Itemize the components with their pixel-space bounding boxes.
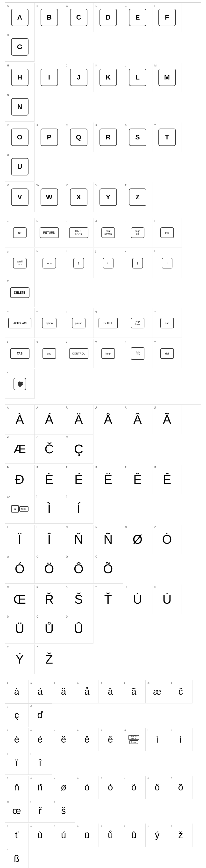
char-I-grave: Ì Ì — [35, 494, 64, 524]
cell-Y: Y Y — [94, 182, 123, 212]
char-r-caron: ř ř — [29, 799, 52, 823]
uppercase-accented-section: À À Á Á Ä Ä Å Å Â Â Ã Ã — [5, 405, 201, 675]
char-E-grave: È È — [35, 465, 64, 494]
key-I: I — [41, 69, 58, 86]
char-U-acute: Ú Ú — [152, 585, 182, 614]
char-A-grave: À À — [5, 405, 35, 434]
cell-shift: q SHIFT — [94, 308, 123, 338]
char-E-circ: Ê Ê — [152, 465, 182, 494]
special-keys-section: a alt b RETURN c CAPSLOCK d printscreen … — [5, 218, 201, 400]
char-y-acute: ý ý — [146, 824, 169, 847]
key-scrolllock: scrolllock — [13, 258, 27, 269]
key-delete: DELETE — [10, 287, 30, 298]
key-del: del — [160, 348, 174, 359]
key-L: L — [129, 69, 146, 86]
char-n-tilde: ñ ñ — [29, 776, 52, 799]
char-U-circ: Û Û — [64, 614, 94, 644]
char-u-ring: ů ů — [99, 824, 122, 847]
char-U-ring: Ů Ů — [35, 614, 64, 644]
cell-option: o option — [35, 308, 64, 338]
accented-row-4: Œ Œ Ř Ř Š Š Ť Ť Ù Ù Ú Ú — [5, 585, 201, 644]
key-end: end — [42, 348, 56, 359]
key-W: W — [41, 188, 58, 206]
key-K: K — [100, 69, 117, 86]
key-ins: ins — [160, 227, 174, 238]
cell-return: b RETURN — [35, 218, 64, 247]
cell-E: E E — [123, 3, 152, 32]
key-H: H — [11, 69, 29, 86]
cell-delete: m DELETE — [5, 278, 35, 307]
cell-capslock: c CAPSLOCK — [64, 218, 94, 247]
char-e-caron: ě ě — [75, 728, 99, 751]
char-i-uml: ï ï — [5, 751, 29, 775]
key-R: R — [100, 129, 117, 146]
char-u-acute: ú ú — [52, 824, 75, 847]
key-pagedown: pagedown — [131, 318, 144, 329]
char-O-uml: Ö Ö — [35, 554, 64, 584]
char-u-grave: ù ù — [29, 824, 52, 847]
key-C: C — [70, 9, 88, 26]
cell-I: I I — [35, 63, 64, 92]
key-V: V — [11, 188, 29, 206]
char-C-caron: Č Č — [35, 434, 64, 464]
key-pause: pause — [72, 318, 85, 329]
cell-N: N N — [5, 92, 35, 122]
cell-down: k ↓ — [123, 248, 152, 278]
lowercase-accented-section: à à á á ä ä å å â â ã ã — [5, 680, 201, 868]
char-ae: æ æ — [146, 680, 169, 704]
char-a-circ: â â — [99, 680, 122, 704]
char-t-caron: ť ť — [5, 824, 29, 847]
key-control: CONTROL — [69, 348, 89, 359]
letter-row-1: A A B B C C D D E E F F — [5, 3, 201, 62]
cell-K: K K — [94, 63, 123, 92]
char-E-acute: É É — [64, 465, 94, 494]
cell-R: R R — [94, 123, 123, 152]
char-e-acute: é é — [29, 728, 52, 751]
cell-pause: p pause — [64, 308, 94, 338]
char-key-capslock-home: ch CAPSLOCK home — [122, 728, 146, 751]
key-P: P — [41, 129, 58, 146]
key-up: ↑ — [73, 258, 84, 269]
key-pageup: pageup — [131, 227, 144, 238]
lc-accented-row-3: ň ň ñ ñ ø ø ò ò ó ó ö ö — [5, 776, 201, 823]
key-M: M — [159, 69, 176, 86]
char-o-uml: ö ö — [122, 776, 146, 799]
key-shift: SHIFT — [99, 318, 118, 329]
char-a-uml: ä ä — [52, 680, 75, 704]
lc-accented-row-1: à à á á ä ä å å â â ã ã — [5, 680, 201, 727]
char-d-caron: ď ď — [29, 704, 52, 727]
cell-ins: f ins — [152, 218, 182, 247]
lc-accented-row-4: ť ť ù ù ú ú ü ü ů ů û û — [5, 824, 201, 868]
char-N-caron: Ň Ň — [64, 525, 94, 554]
char-Z-caron: Ž Ž — [35, 645, 64, 674]
char-A-uml: Ä Ä — [64, 405, 94, 434]
special-row-3: n BACKSPACE o option p pause q SHIFT r p… — [5, 308, 201, 338]
key-printscreen: printscreen — [101, 227, 115, 238]
char-I-acute: Í Í — [64, 494, 94, 524]
char-i-acute: í í — [169, 728, 193, 751]
accented-row-5: Ý Ý Ž Ž — [5, 645, 201, 674]
key-J: J — [70, 69, 88, 86]
key-help: help — [101, 348, 115, 359]
cell-S: S S — [123, 123, 152, 152]
lc-accented-row-2: è è é é ë ë ě ě ê ê ch C — [5, 728, 201, 775]
char-OE: Œ Œ — [5, 585, 35, 614]
accented-row-1: À À Á Á Ä Ä Å Å Â Â Ã Ã — [5, 405, 201, 464]
special-row-1: a alt b RETURN c CAPSLOCK d printscreen … — [5, 218, 201, 247]
cell-G: G G — [5, 32, 35, 62]
char-o-acute: ó ó — [99, 776, 122, 799]
char-D-stroke: Ð Ð — [5, 465, 35, 494]
char-e-uml: ë ë — [52, 728, 75, 751]
key-return: RETURN — [40, 227, 59, 238]
cell-help: w help — [94, 339, 123, 368]
char-a-tilde: ã ã — [122, 680, 146, 704]
cell-D: D D — [94, 3, 123, 32]
char-n-caron: ň ň — [5, 776, 29, 799]
cell-O: O O — [5, 123, 35, 152]
char-a-grave: à à — [5, 680, 29, 704]
uppercase-section: A A B B C C D D E E F F — [5, 2, 201, 213]
char-o-grave: ò ò — [75, 776, 99, 799]
font-specimen-page: A A B B C C D D E E F F — [0, 0, 206, 868]
cell-F: F F — [152, 3, 182, 32]
char-u-uml: ü ü — [75, 824, 99, 847]
